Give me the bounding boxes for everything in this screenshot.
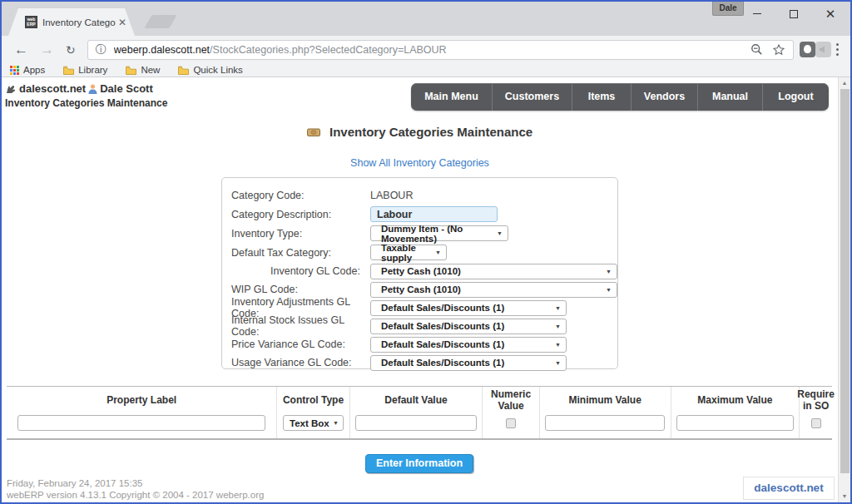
address-bar[interactable]: ⓘ weberp.dalescott.net/StockCategories.p… <box>87 40 794 60</box>
bookmark-new[interactable]: New <box>126 65 160 75</box>
minimum-value-input[interactable] <box>545 415 665 431</box>
property-table: Property Label Control Type Default Valu… <box>7 386 832 440</box>
dalescott-logo[interactable]: dalescott.net <box>743 477 835 500</box>
back-icon[interactable]: ← <box>14 42 28 57</box>
header-default-value: Default Value <box>349 387 483 413</box>
tab-strip: webERP Inventory Categories Ma ✕ Dale ✕ <box>2 2 850 36</box>
default-tax-category-label: Default Tax Category: <box>231 247 370 259</box>
chevron-down-icon: ▼ <box>555 342 561 348</box>
chevron-down-icon: ▼ <box>606 269 612 274</box>
internal-stock-issues-gl-label: Internal Stock Issues GL Code: <box>231 314 370 338</box>
header-property-label: Property Label <box>7 387 276 413</box>
bookmark-quick-links[interactable]: Quick Links <box>178 65 242 75</box>
wip-gl-code-select[interactable]: Petty Cash (1010)▼ <box>370 282 617 298</box>
close-icon: ✕ <box>825 7 836 20</box>
masthead-breadcrumb: Inventory Categories Maintenance <box>5 97 167 109</box>
bookmarks-bar: Apps Library New Quick Links <box>2 63 850 77</box>
scrollbar-thumb[interactable] <box>840 89 850 473</box>
chevron-down-icon: ▼ <box>555 324 561 329</box>
category-description-label: Category Description: <box>231 209 370 220</box>
window-controls: ✕ <box>739 2 849 26</box>
chevron-down-icon: ▼ <box>333 420 339 426</box>
masthead-user: Dale Scott <box>100 82 153 95</box>
page-scrollbar[interactable]: ▲ ▼ <box>838 77 850 503</box>
folder-icon <box>63 66 74 75</box>
wip-gl-code-label: WIP GL Code: <box>231 284 370 295</box>
maximize-button[interactable] <box>775 2 812 26</box>
scroll-up-icon[interactable]: ▲ <box>839 80 850 86</box>
weberp-favicon-icon: webERP <box>25 16 37 28</box>
inventory-type-select[interactable]: Dummy Item - (No Movements)▼ <box>370 225 508 241</box>
scroll-down-icon[interactable]: ▼ <box>839 493 850 499</box>
nav-items[interactable]: Items <box>572 83 631 111</box>
nav-customers[interactable]: Customers <box>492 83 572 111</box>
header-minimum-value: Minimum Value <box>539 387 671 413</box>
header-require-in-so: Require in SO <box>799 387 832 413</box>
refresh-icon[interactable]: ↻ <box>66 44 76 56</box>
tab-close-icon[interactable]: ✕ <box>118 17 126 27</box>
nav-logout[interactable]: Logout <box>762 83 829 111</box>
footer-version: webERP version 4.13.1 Copyright © 2004 -… <box>7 490 264 502</box>
page-title: Inventory Categories Maintenance <box>2 125 838 139</box>
inventory-adjustments-gl-select[interactable]: Default Sales/Discounts (1)▼ <box>370 300 567 316</box>
price-variance-gl-select[interactable]: Default Sales/Discounts (1)▼ <box>370 337 567 353</box>
bookmark-apps[interactable]: Apps <box>10 65 45 75</box>
header-control-type: Control Type <box>276 387 349 413</box>
forward-icon[interactable]: → <box>40 42 54 57</box>
default-tax-category-select[interactable]: Taxable supply▼ <box>370 245 447 260</box>
usage-variance-gl-select[interactable]: Default Sales/Discounts (1)▼ <box>370 355 567 371</box>
internal-stock-issues-gl-select[interactable]: Default Sales/Discounts (1)▼ <box>370 319 567 334</box>
require-in-so-checkbox[interactable] <box>811 418 821 428</box>
property-table-row: Text Box▼ <box>7 413 832 438</box>
browser-tab[interactable]: webERP Inventory Categories Ma ✕ <box>8 8 135 36</box>
inventory-gl-code-label: Inventory GL Code: <box>231 265 370 277</box>
bookmark-library[interactable]: Library <box>63 65 107 75</box>
price-variance-gl-label: Price Variance GL Code: <box>231 338 370 350</box>
close-button[interactable]: ✕ <box>812 2 849 26</box>
maximum-value-input[interactable] <box>676 415 794 431</box>
chrome-menu-icon[interactable] <box>836 43 840 57</box>
url-text: weberp.dalescott.net/StockCategories.php… <box>114 44 447 56</box>
site-logo-icon <box>5 83 17 94</box>
user-icon <box>88 84 97 94</box>
inventory-gl-code-select[interactable]: Petty Cash (1010)▼ <box>370 264 617 279</box>
usage-variance-gl-label: Usage Variance GL Code: <box>231 357 370 368</box>
nav-manual[interactable]: Manual <box>697 83 762 111</box>
category-description-input[interactable] <box>370 206 498 222</box>
header-maximum-value: Maximum Value <box>671 387 800 413</box>
property-table-header: Property Label Control Type Default Valu… <box>7 387 832 413</box>
browser-toolbar: ← → ↻ ⓘ weberp.dalescott.net/StockCatego… <box>2 36 850 63</box>
page-info-icon[interactable]: ⓘ <box>96 42 106 57</box>
chevron-down-icon: ▼ <box>435 250 441 255</box>
chevron-down-icon: ▼ <box>497 230 503 236</box>
nav-vendors[interactable]: Vendors <box>631 83 697 111</box>
masthead: dalescott.net Dale Scott Inventory Categ… <box>5 82 167 109</box>
default-value-input[interactable] <box>355 415 477 431</box>
main-navigation: Main Menu Customers Items Vendors Manual… <box>411 83 829 111</box>
page-viewport: dalescott.net Dale Scott Inventory Categ… <box>2 77 850 503</box>
chevron-down-icon: ▼ <box>555 360 561 366</box>
new-tab-button[interactable] <box>144 15 176 28</box>
bookmark-star-icon[interactable] <box>772 43 785 57</box>
folder-icon <box>126 66 136 75</box>
chevron-down-icon: ▼ <box>606 287 612 293</box>
category-form: Category Code: LABOUR Category Descripti… <box>221 177 618 369</box>
zoom-icon[interactable] <box>750 43 763 56</box>
nav-main-menu[interactable]: Main Menu <box>411 83 492 111</box>
show-all-categories-link[interactable]: Show All Inventory Categories <box>2 157 838 169</box>
property-label-input[interactable] <box>17 415 265 431</box>
numeric-value-checkbox[interactable] <box>506 418 516 428</box>
enter-information-button[interactable]: Enter Information <box>365 454 473 473</box>
inventory-type-label: Inventory Type: <box>231 228 370 240</box>
chevron-down-icon: ▼ <box>555 305 561 311</box>
tab-title: Inventory Categories Ma <box>42 17 116 27</box>
control-type-select[interactable]: Text Box▼ <box>283 415 344 431</box>
browser-window: webERP Inventory Categories Ma ✕ Dale ✕ … <box>0 0 852 504</box>
masthead-site: dalescott.net <box>19 82 86 95</box>
category-code-value: LABOUR <box>370 190 413 201</box>
maximize-icon <box>790 10 798 18</box>
minimize-icon <box>753 13 761 14</box>
extension-muted-icon[interactable] <box>815 42 831 57</box>
extension-icon[interactable] <box>800 42 815 57</box>
minimize-button[interactable] <box>739 2 775 26</box>
